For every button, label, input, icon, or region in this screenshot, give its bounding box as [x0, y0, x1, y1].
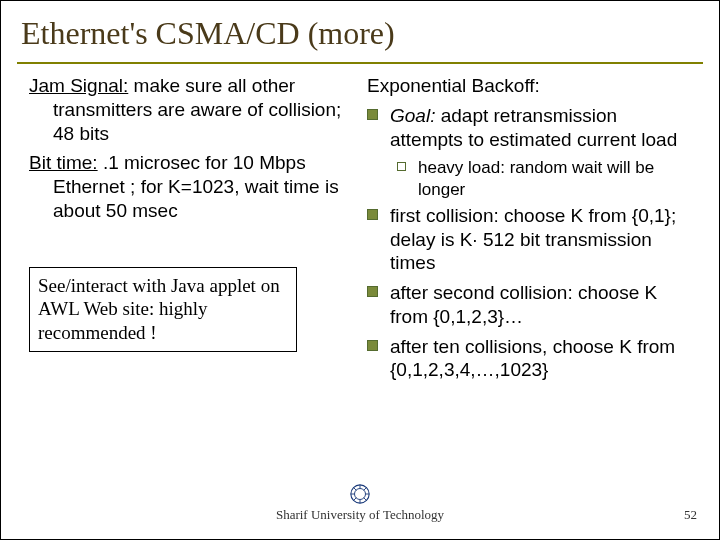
- list-item-text: after second collision: choose K from {0…: [390, 281, 695, 329]
- university-logo-icon: [349, 483, 371, 505]
- left-column: Jam Signal: make sure all other transmit…: [29, 74, 349, 388]
- list-item: after second collision: choose K from {0…: [367, 281, 695, 329]
- svg-line-7: [364, 498, 367, 501]
- footer: Sharif University of Technology: [1, 483, 719, 523]
- content-columns: Jam Signal: make sure all other transmit…: [1, 64, 719, 388]
- right-column: Exponential Backoff: Goal: adapt retrans…: [367, 74, 695, 388]
- bit-time-label: Bit time:: [29, 152, 98, 173]
- page-number: 52: [684, 507, 697, 523]
- sub-list-item: heavy load: random wait will be longer: [397, 157, 695, 200]
- jam-signal-label: Jam Signal:: [29, 75, 128, 96]
- bit-time-para: Bit time: .1 microsec for 10 Mbps Ethern…: [29, 151, 349, 222]
- square-bullet-icon: [367, 286, 378, 297]
- square-bullet-icon: [367, 209, 378, 220]
- list-item: after ten collisions, choose K from {0,1…: [367, 335, 695, 383]
- square-bullet-icon: [367, 340, 378, 351]
- jam-signal-para: Jam Signal: make sure all other transmit…: [29, 74, 349, 145]
- title-area: Ethernet's CSMA/CD (more): [1, 1, 719, 58]
- slide-title: Ethernet's CSMA/CD (more): [21, 15, 699, 52]
- slide: Ethernet's CSMA/CD (more) Jam Signal: ma…: [0, 0, 720, 540]
- sub-item-text: heavy load: random wait will be longer: [418, 157, 695, 200]
- list-item-text: after ten collisions, choose K from {0,1…: [390, 335, 695, 383]
- svg-line-8: [354, 498, 357, 501]
- square-bullet-icon: [367, 109, 378, 120]
- recommendation-box: See/interact with Java applet on AWL Web…: [29, 267, 297, 352]
- footer-text: Sharif University of Technology: [276, 507, 444, 522]
- svg-line-9: [364, 488, 367, 491]
- list-item-text: first collision: choose K from {0,1}; de…: [390, 204, 695, 275]
- hollow-square-icon: [397, 162, 406, 171]
- recommendation-text: See/interact with Java applet on AWL Web…: [38, 275, 280, 344]
- list-item-text: Goal: adapt retransmission attempts to e…: [390, 104, 695, 152]
- svg-line-6: [354, 488, 357, 491]
- backoff-heading: Exponential Backoff:: [367, 74, 695, 98]
- list-item: first collision: choose K from {0,1}; de…: [367, 204, 695, 275]
- goal-label: Goal:: [390, 105, 435, 126]
- list-item: Goal: adapt retransmission attempts to e…: [367, 104, 695, 152]
- bullet-list: Goal: adapt retransmission attempts to e…: [367, 104, 695, 382]
